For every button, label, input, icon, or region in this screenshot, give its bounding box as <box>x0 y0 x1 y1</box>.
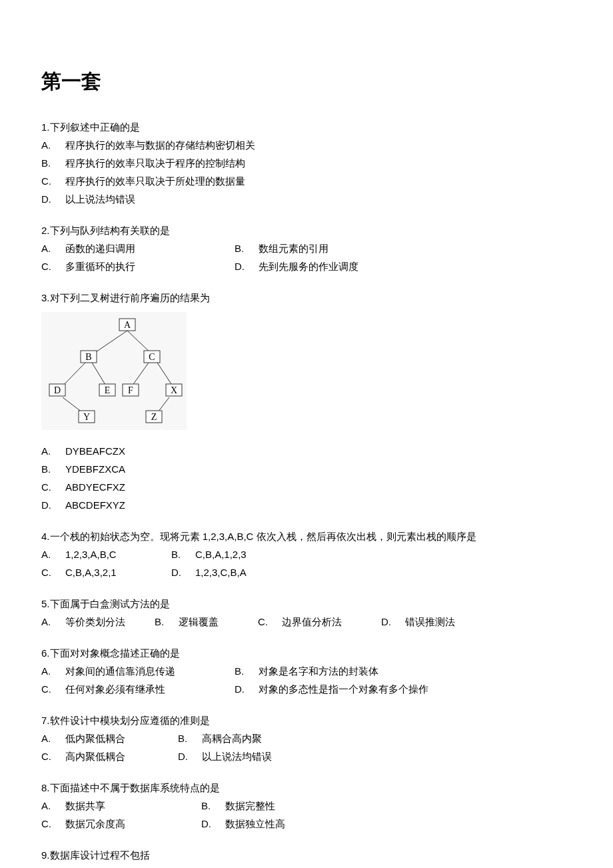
q5-option-a: 等价类划分法 <box>65 613 125 631</box>
option-letter: B. <box>145 864 169 868</box>
svg-text:A: A <box>124 320 131 330</box>
option-letter: D. <box>235 257 259 275</box>
q4-option-a: 1,2,3,A,B,C <box>65 545 117 563</box>
svg-text:C: C <box>149 352 155 362</box>
q7-option-c: 高内聚低耦合 <box>65 747 125 765</box>
q3-option-d: ABCDEFXYZ <box>65 496 125 514</box>
q2-stem: 2.下列与队列结构有关联的是 <box>41 221 572 239</box>
q9-option-b: 逻辑设计 <box>169 864 209 868</box>
option-letter: C. <box>248 864 272 868</box>
q1-stem: 1.下列叙述中正确的是 <box>41 118 572 136</box>
option-letter: B. <box>155 613 179 631</box>
q4-option-d: 1,2,3,C,B,A <box>195 563 247 581</box>
option-letter: C. <box>41 257 65 275</box>
q5-stem: 5.下面属于白盒测试方法的是 <box>41 595 572 613</box>
option-letter: A. <box>41 729 65 747</box>
q3-stem: 3.对下列二叉树进行前序遍历的结果为 <box>41 289 572 307</box>
tree-node: B <box>81 351 97 363</box>
q6-option-d: 对象的多态性是指一个对象有多个操作 <box>259 680 428 698</box>
option-letter: D. <box>41 190 65 208</box>
q9-stem: 9.数据库设计过程不包括 <box>41 846 572 864</box>
tree-node: F <box>123 384 139 396</box>
svg-text:F: F <box>128 385 133 395</box>
option-letter: B. <box>235 662 259 680</box>
q5-option-b: 逻辑覆盖 <box>179 613 219 631</box>
q7-option-d: 以上说法均错误 <box>202 747 272 765</box>
q9-option-d: 算法设计 <box>375 864 415 868</box>
option-letter: B. <box>201 797 225 815</box>
q2-option-c: 多重循环的执行 <box>65 257 135 275</box>
option-letter: A. <box>41 136 65 154</box>
q8-option-a: 数据共享 <box>65 797 105 815</box>
q6-option-a: 对象间的通信靠消息传递 <box>65 662 175 680</box>
svg-text:X: X <box>171 385 177 395</box>
tree-svg: A B C D E F X Y Z <box>44 316 184 426</box>
q9-option-c: 物理设计 <box>272 864 312 868</box>
q3-option-a: DYBEAFCZX <box>65 442 125 460</box>
tree-node: D <box>49 384 65 396</box>
q1-option-c: 程序执行的效率只取决于所处理的数据量 <box>65 172 245 190</box>
option-letter: D. <box>381 613 405 631</box>
svg-text:E: E <box>105 385 111 395</box>
option-letter: D. <box>171 563 195 581</box>
q5-option-d: 错误推测法 <box>405 613 455 631</box>
tree-node: Z <box>146 411 162 423</box>
q5-option-c: 边界值分析法 <box>282 613 342 631</box>
q1-option-a: 程序执行的效率与数据的存储结构密切相关 <box>65 136 255 154</box>
q7-option-b: 高耦合高内聚 <box>202 729 262 747</box>
svg-line-0 <box>92 331 127 355</box>
q4-stem: 4.一个栈的初始状态为空。现将元素 1,2,3,A,B,C 依次入栈，然后再依次… <box>41 527 572 545</box>
option-letter: A. <box>41 613 65 631</box>
q6-option-c: 任何对象必须有继承性 <box>65 680 165 698</box>
option-letter: D. <box>201 815 225 833</box>
option-letter: B. <box>178 729 202 747</box>
q7-option-a: 低内聚低耦合 <box>65 729 125 747</box>
page-title: 第一套 <box>41 63 572 99</box>
option-letter: A. <box>41 545 65 563</box>
option-letter: B. <box>171 545 195 563</box>
svg-text:Z: Z <box>151 412 157 422</box>
tree-node: C <box>144 351 160 363</box>
option-letter: D. <box>351 864 375 868</box>
option-letter: A. <box>41 662 65 680</box>
svg-text:Y: Y <box>83 412 90 422</box>
option-letter: A. <box>41 442 65 460</box>
q8-option-b: 数据完整性 <box>225 797 275 815</box>
svg-text:B: B <box>85 352 91 362</box>
q9-option-a: 概念设计 <box>65 864 105 868</box>
option-letter: D. <box>178 747 202 765</box>
option-letter: B. <box>41 154 65 172</box>
q1-option-d: 以上说法均错误 <box>65 190 135 208</box>
q7-stem: 7.软件设计中模块划分应遵循的准则是 <box>41 711 572 729</box>
tree-node: A <box>119 319 135 331</box>
option-letter: D. <box>235 680 259 698</box>
q6-option-b: 对象是名字和方法的封装体 <box>259 662 378 680</box>
option-letter: B. <box>235 239 259 257</box>
option-letter: B. <box>41 460 65 478</box>
q1-option-b: 程序执行的效率只取决于程序的控制结构 <box>65 154 245 172</box>
q2-option-a: 函数的递归调用 <box>65 239 135 257</box>
option-letter: C. <box>41 747 65 765</box>
tree-node: Y <box>79 411 95 423</box>
q6-stem: 6.下面对对象概念描述正确的是 <box>41 644 572 662</box>
q2-option-d: 先到先服务的作业调度 <box>259 257 358 275</box>
q4-option-b: C,B,A,1,2,3 <box>195 545 247 563</box>
svg-text:D: D <box>54 385 61 395</box>
option-letter: D. <box>41 496 65 514</box>
q3-option-b: YDEBFZXCA <box>65 460 125 478</box>
q3-option-c: ABDYECFXZ <box>65 478 125 496</box>
option-letter: C. <box>41 172 65 190</box>
option-letter: C. <box>41 815 65 833</box>
option-letter: A. <box>41 797 65 815</box>
binary-tree-diagram: A B C D E F X Y Z <box>41 312 187 430</box>
q8-option-d: 数据独立性高 <box>225 815 285 833</box>
tree-node: X <box>166 384 182 396</box>
option-letter: C. <box>41 680 65 698</box>
q2-option-b: 数组元素的引用 <box>259 239 328 257</box>
q8-option-c: 数据冗余度高 <box>65 815 125 833</box>
tree-node: E <box>99 384 115 396</box>
option-letter: C. <box>41 563 65 581</box>
option-letter: A. <box>41 239 65 257</box>
option-letter: A. <box>41 864 65 868</box>
q8-stem: 8.下面描述中不属于数据库系统特点的是 <box>41 779 572 797</box>
